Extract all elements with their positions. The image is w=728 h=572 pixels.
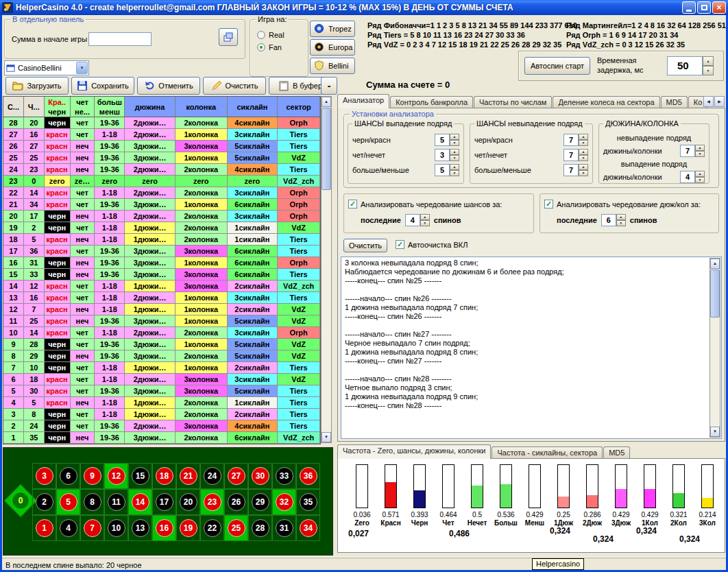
spinner-дюжины-колонки-down-icon[interactable]: ▼ — [695, 151, 705, 157]
history-row[interactable]: 2017черннеч1-182дюжи…2колонка3сиклайнOrp… — [3, 211, 320, 222]
history-row[interactable]: 710чернчет1-181дюжи…1колонка2сиклайнTier… — [3, 362, 320, 374]
history-row[interactable]: 127красннеч1-181дюжи…1колонка2сиклайнVdZ — [3, 304, 320, 315]
alternation-checkbox-1[interactable]: ✓ — [348, 200, 357, 208]
board-cell-5[interactable]: 5 — [56, 489, 80, 515]
board-number-11[interactable]: 11 — [108, 493, 125, 511]
board-number-17[interactable]: 17 — [156, 493, 173, 511]
tab-деление-колеса-на-сектора[interactable]: Деление колеса на сектора — [553, 96, 659, 108]
spinner-больше-меньше-up-icon[interactable]: ▲ — [579, 164, 588, 170]
board-cell-11[interactable]: 11 — [104, 489, 128, 515]
board-cell-20[interactable]: 20 — [176, 489, 200, 515]
board-number-2[interactable]: 2 — [36, 493, 53, 511]
last-spins-spinner-2-up-icon[interactable]: ▲ — [616, 214, 626, 220]
board-cell-2[interactable]: 2 — [32, 489, 56, 515]
board-number-33[interactable]: 33 — [276, 467, 293, 485]
spinner-дюжины-колонки[interactable]: 4▲▼ — [680, 171, 705, 183]
board-zero-number[interactable]: 0 — [12, 492, 29, 510]
history-table-scrollbar[interactable]: ▲ ▼ — [321, 96, 332, 443]
freq-tab[interactable]: MD5 — [603, 446, 630, 459]
toolbar-button-2[interactable]: Сохранить — [71, 77, 134, 95]
close-button[interactable]: × — [712, 1, 726, 14]
casino-combobox[interactable]: CasinoBellini ▼ — [4, 60, 89, 75]
spinner-чет-нечет-value[interactable]: 3 — [435, 149, 450, 161]
board-cell-4[interactable]: 4 — [56, 515, 80, 541]
spinner-чет-нечет[interactable]: 3▲▼ — [435, 149, 459, 161]
board-number-24[interactable]: 24 — [204, 467, 221, 485]
history-row[interactable]: 1736краснчет19-363дюжи…3колонка6сиклайнT… — [3, 246, 320, 257]
delay-down-button[interactable]: ▼ — [703, 66, 714, 75]
board-cell-17[interactable]: 17 — [152, 489, 176, 515]
radio-icon[interactable] — [257, 31, 265, 39]
tabs-scroll-right-icon[interactable]: ▶ — [714, 96, 725, 107]
board-number-3[interactable]: 3 — [36, 467, 53, 485]
board-cell-36[interactable]: 36 — [296, 463, 320, 489]
casino-button-europa[interactable]: Europa — [310, 39, 355, 56]
history-row[interactable]: 618краснчет1-182дюжи…3колонка3сиклайнVdZ — [3, 374, 320, 385]
log-scrollbar-thumb[interactable] — [710, 270, 720, 318]
spinner-чет-нечет-value[interactable]: 7 — [563, 149, 579, 161]
board-number-30[interactable]: 30 — [252, 467, 269, 485]
board-number-12[interactable]: 12 — [108, 467, 125, 485]
board-number-14[interactable]: 14 — [132, 493, 149, 511]
toolbar-button-1[interactable]: Загрузить — [5, 77, 69, 95]
history-row[interactable]: 1014краснчет1-182дюжи…2колонка3сиклайнOr… — [3, 327, 320, 339]
detach-panel-button[interactable] — [219, 28, 238, 46]
board-number-34[interactable]: 34 — [300, 519, 317, 537]
spinner-дюжины-колонки-down-icon[interactable]: ▼ — [695, 177, 705, 183]
board-cell-32[interactable]: 32 — [272, 489, 296, 515]
last-spins-spinner-2-value[interactable]: 6 — [601, 214, 616, 226]
scroll-up-icon[interactable]: ▲ — [321, 97, 331, 107]
collapse-button[interactable]: - — [321, 77, 337, 95]
board-number-6[interactable]: 6 — [60, 467, 77, 485]
board-cell-9[interactable]: 9 — [80, 463, 104, 489]
history-row[interactable]: 1412краснчет1-181дюжи…3колонка2сиклайнVd… — [3, 281, 320, 292]
board-number-7[interactable]: 7 — [84, 519, 101, 537]
board-number-22[interactable]: 22 — [204, 519, 221, 537]
board-number-13[interactable]: 13 — [132, 519, 149, 537]
scroll-down-icon[interactable]: ▼ — [321, 432, 331, 442]
board-cell-25[interactable]: 25 — [224, 515, 248, 541]
board-number-8[interactable]: 8 — [84, 493, 101, 511]
board-cell-27[interactable]: 27 — [224, 463, 248, 489]
board-cell-15[interactable]: 15 — [128, 463, 152, 489]
spinner-черн-красн-up-icon[interactable]: ▲ — [579, 134, 588, 140]
board-number-15[interactable]: 15 — [132, 467, 149, 485]
delay-value[interactable]: 50 — [667, 56, 703, 75]
board-number-27[interactable]: 27 — [228, 467, 245, 485]
last-spins-spinner-1[interactable]: 4▲▼ — [405, 214, 430, 226]
board-number-20[interactable]: 20 — [180, 493, 197, 511]
history-row[interactable]: 224чернчет19-362дюжи…3колонка4сиклайнTie… — [3, 420, 320, 432]
tab-частоты-по-числам[interactable]: Частоты по числам — [474, 96, 552, 108]
board-cell-19[interactable]: 19 — [176, 515, 200, 541]
spinner-больше-меньше[interactable]: 5▲▼ — [435, 164, 459, 176]
spinner-чет-нечет-up-icon[interactable]: ▲ — [579, 149, 588, 155]
board-number-5[interactable]: 5 — [60, 493, 77, 511]
radio-option-real[interactable]: Real — [257, 31, 308, 39]
log-scrollbar[interactable]: ▲ ▼ — [709, 258, 720, 438]
clear-log-button[interactable]: Очистить — [343, 239, 387, 252]
spinner-черн-красн-down-icon[interactable]: ▼ — [579, 140, 588, 146]
board-cell-16[interactable]: 16 — [152, 515, 176, 541]
spinner-чет-нечет-up-icon[interactable]: ▲ — [450, 149, 459, 155]
board-cell-34[interactable]: 34 — [296, 515, 320, 541]
board-cell-14[interactable]: 14 — [128, 489, 152, 515]
spinner-больше-меньше-value[interactable]: 7 — [563, 164, 579, 176]
tab-контроль-банкролла[interactable]: Контроль банкролла — [390, 96, 473, 108]
toolbar-button-3[interactable]: Отменить — [137, 77, 200, 95]
history-row[interactable]: 1631черннеч19-363дюжи…1колонка6сиклайнOr… — [3, 257, 320, 269]
board-number-23[interactable]: 23 — [204, 493, 221, 511]
board-cell-28[interactable]: 28 — [248, 515, 272, 541]
board-number-21[interactable]: 21 — [180, 467, 197, 485]
board-number-16[interactable]: 16 — [156, 519, 173, 537]
spinner-больше-меньше-down-icon[interactable]: ▼ — [579, 170, 588, 176]
history-row[interactable]: 2214краснчет1-182дюжи…2колонка3сиклайнOr… — [3, 187, 320, 199]
spinner-больше-меньше[interactable]: 7▲▼ — [563, 164, 588, 176]
history-row[interactable]: 2525красннеч19-363дюжи…1колонка5сиклайнV… — [3, 152, 320, 164]
board-cell-18[interactable]: 18 — [152, 463, 176, 489]
history-row[interactable]: 2820чернчет19-362дюжи…2колонка4сиклайнOr… — [3, 117, 320, 129]
log-scroll-up-icon[interactable]: ▲ — [710, 259, 720, 269]
board-cell-10[interactable]: 10 — [104, 515, 128, 541]
history-row[interactable]: 185красннеч1-181дюжи…2колонка1сиклайнTie… — [3, 234, 320, 246]
board-cell-6[interactable]: 6 — [56, 463, 80, 489]
minimize-button[interactable] — [682, 1, 696, 14]
